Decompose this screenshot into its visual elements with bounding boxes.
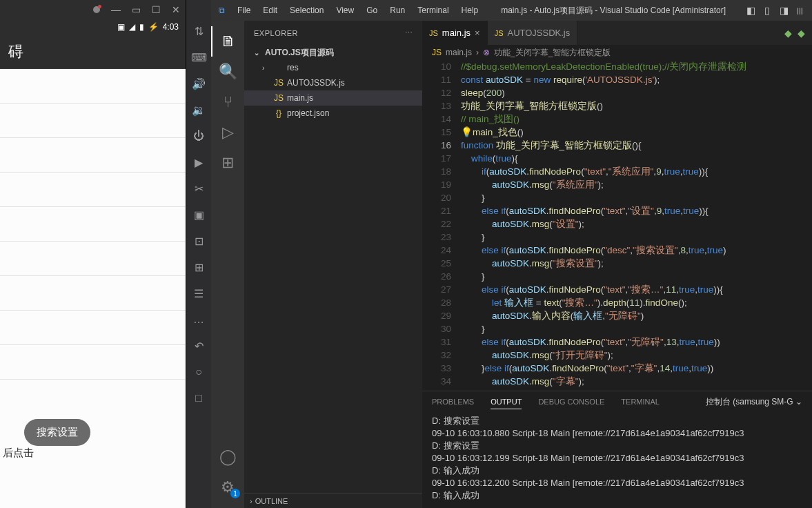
list-item[interactable] (0, 138, 186, 173)
layout-icon[interactable]: ◨ (776, 5, 791, 16)
account-icon[interactable]: ◯ (211, 442, 244, 472)
battery-icon: ⚡ (148, 22, 159, 32)
panel-tab-terminal[interactable]: TERMINAL (621, 395, 660, 409)
tab-label: main.js (442, 28, 471, 38)
menu-view[interactable]: View (330, 3, 359, 18)
menu-selection[interactable]: Selection (284, 3, 329, 18)
chevron-down-icon: ⌄ (254, 49, 262, 57)
layout-icon[interactable]: ▯ (760, 5, 775, 16)
close-icon[interactable]: × (475, 28, 480, 38)
rail-button[interactable]: ▶ (186, 152, 211, 173)
tree-item-label: res (287, 63, 299, 72)
rail-button[interactable]: ↶ (186, 335, 211, 356)
output-line: 09-10 16:03:12.200 Script-18 Main [remot… (432, 477, 802, 489)
bottom-panel: PROBLEMSOUTPUTDEBUG CONSOLETERMINAL控制台 (… (422, 391, 812, 508)
menu-bar: FileEditSelectionViewGoRunTerminalHelp (232, 3, 484, 18)
window-title: main.js - Auto.js项目源码 - Visual Studio Co… (484, 5, 743, 17)
phone-app-header: 碍 (0, 35, 186, 69)
output-line: D: 搜索设置 (432, 415, 802, 427)
chevron-right-icon: › (250, 497, 252, 505)
rail-button[interactable]: ⌨ (186, 47, 211, 68)
tree-item[interactable]: JSmain.js (244, 90, 422, 106)
output-channel-dropdown[interactable]: 控制台 (samsung SM-G ⌄ (706, 393, 802, 411)
android-icon[interactable]: ◆ (784, 28, 792, 39)
outline-label: OUTLINE (255, 497, 288, 505)
js-file-icon: JS (495, 29, 504, 37)
chevron-icon: › (262, 64, 270, 72)
code-lines[interactable]: //$debug.setMemoryLeakDetectionEnabled(t… (461, 60, 812, 391)
maximize-icon[interactable]: ☐ (152, 4, 161, 15)
rail-button[interactable]: … (186, 309, 211, 330)
menu-terminal[interactable]: Terminal (412, 3, 454, 18)
code-editor[interactable]: 1011121314151617181920212223242526272829… (422, 60, 812, 391)
editor-tab[interactable]: JSmain.js× (422, 21, 488, 45)
panel-tab-debug-console[interactable]: DEBUG CONSOLE (538, 395, 604, 409)
phone-window-titlebar: — ▭ ☐ ✕ (0, 0, 186, 19)
breadcrumb[interactable]: JS main.js › ⊗ 功能_关闭字幕_智能方框锁定版 (422, 45, 812, 60)
more-icon[interactable]: ⫼ (793, 5, 808, 16)
layout-icon[interactable]: ◧ (743, 5, 758, 16)
source-control-icon[interactable]: ⑂ (211, 87, 244, 117)
restore-icon[interactable]: ▭ (132, 4, 141, 15)
minimize-icon[interactable]: — (111, 4, 121, 15)
tab-label: AUTOJSSDK.js (507, 28, 570, 38)
signal-icon: ▮ (139, 22, 144, 32)
tree-root[interactable]: ⌄ AUTO.JS项目源码 (244, 45, 422, 60)
output-body[interactable]: D: 搜索设置09-10 16:03:10.880 Script-18 Main… (422, 412, 812, 508)
output-line: 09-10 16:03:10.880 Script-18 Main [remot… (432, 427, 802, 440)
breadcrumb-file: main.js (446, 48, 472, 57)
explorer-icon[interactable]: 🗎 (211, 26, 244, 57)
extensions-icon[interactable]: ⊞ (211, 148, 244, 178)
vscode-titlebar: ⧉ FileEditSelectionViewGoRunTerminalHelp… (211, 0, 812, 21)
menu-file[interactable]: File (232, 3, 256, 18)
rail-button[interactable]: □ (186, 388, 211, 409)
rail-button[interactable]: ⊞ (186, 257, 211, 277)
tree-item[interactable]: JSAUTOJSSDK.js (244, 75, 422, 90)
js-file-icon: JS (429, 29, 438, 37)
function-icon: ⊗ (483, 48, 490, 57)
list-item[interactable] (0, 104, 186, 138)
menu-run[interactable]: Run (384, 3, 410, 18)
list-item[interactable] (0, 207, 186, 242)
menu-edit[interactable]: Edit (257, 3, 283, 18)
list-item[interactable] (0, 345, 186, 380)
menu-help[interactable]: Help (456, 3, 484, 18)
android-icon[interactable]: ◆ (798, 28, 805, 39)
run-debug-icon[interactable]: ▷ (211, 117, 244, 148)
list-item[interactable] (0, 276, 186, 311)
tree-item[interactable]: ›res (244, 60, 422, 75)
rail-button[interactable]: ▣ (186, 204, 211, 225)
list-item[interactable] (0, 69, 186, 104)
editor-area: JSmain.js×JSAUTOJSSDK.js◆◆ JS main.js › … (422, 21, 812, 508)
panel-tab-output[interactable]: OUTPUT (491, 395, 522, 409)
rail-button[interactable]: 🔊 (186, 73, 211, 94)
record-icon[interactable] (93, 6, 100, 13)
list-item[interactable] (0, 311, 186, 345)
more-icon[interactable]: ⋯ (405, 28, 413, 37)
rail-button[interactable]: ○ (186, 362, 211, 382)
phone-emulator: — ▭ ☐ ✕ ▣ ◢ ▮ ⚡ 4:03 碍 搜索设置 后点击 (0, 0, 186, 508)
settings-gear-icon[interactable]: ⚙1 (211, 472, 244, 502)
phone-status-bar: ▣ ◢ ▮ ⚡ 4:03 (0, 19, 186, 35)
js-file-icon: JS (432, 48, 442, 57)
rail-button[interactable]: ✂ (186, 178, 211, 199)
menu-go[interactable]: Go (361, 3, 383, 18)
search-icon[interactable]: 🔍 (211, 57, 244, 87)
rail-button[interactable]: 🔉 (186, 99, 211, 120)
list-item[interactable] (0, 173, 186, 207)
tree-item[interactable]: {}project.json (244, 106, 422, 121)
outline-header[interactable]: › OUTLINE (244, 493, 422, 508)
vscode-window: ⧉ FileEditSelectionViewGoRunTerminalHelp… (211, 0, 812, 508)
panel-tab-problems[interactable]: PROBLEMS (432, 395, 474, 409)
sidebar-header: EXPLORER ⋯ (244, 21, 422, 45)
phone-content[interactable]: 搜索设置 后点击 (0, 69, 186, 508)
rail-button[interactable]: ⏻ (186, 126, 211, 146)
close-icon[interactable]: ✕ (172, 4, 180, 15)
line-gutter: 1011121314151617181920212223242526272829… (422, 60, 461, 391)
rail-button[interactable]: ☰ (186, 283, 211, 304)
editor-tab[interactable]: JSAUTOJSSDK.js (488, 21, 578, 45)
rail-button[interactable]: ⊡ (186, 231, 211, 251)
rail-button[interactable]: ⇅ (186, 21, 211, 41)
list-item[interactable] (0, 242, 186, 276)
tree-item-label: AUTOJSSDK.js (287, 78, 345, 88)
